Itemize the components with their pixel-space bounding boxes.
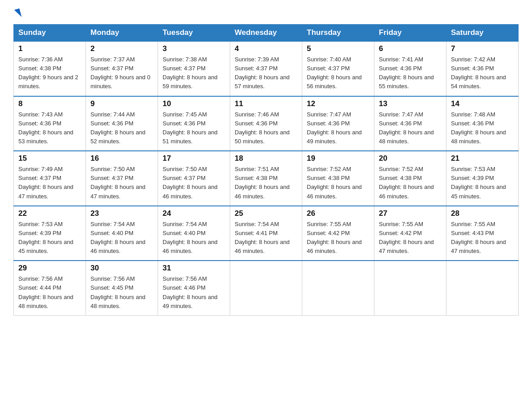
day-info: Sunrise: 7:52 AMSunset: 4:38 PMDaylight:… [379, 165, 442, 201]
day-cell: 17Sunrise: 7:50 AMSunset: 4:37 PMDayligh… [158, 151, 230, 206]
day-number: 30 [90, 264, 153, 273]
day-info: Sunrise: 7:37 AMSunset: 4:37 PMDaylight:… [90, 55, 153, 91]
day-info: Sunrise: 7:55 AMSunset: 4:42 PMDaylight:… [379, 220, 442, 256]
calendar-header-row: SundayMondayTuesdayWednesdayThursdayFrid… [14, 25, 519, 42]
day-cell: 1Sunrise: 7:36 AMSunset: 4:38 PMDaylight… [14, 41, 86, 96]
day-info: Sunrise: 7:54 AMSunset: 4:40 PMDaylight:… [163, 220, 225, 256]
day-info: Sunrise: 7:43 AMSunset: 4:36 PMDaylight:… [18, 110, 81, 146]
day-cell: 5Sunrise: 7:40 AMSunset: 4:37 PMDaylight… [302, 41, 374, 96]
day-info: Sunrise: 7:54 AMSunset: 4:40 PMDaylight:… [90, 220, 153, 256]
day-info: Sunrise: 7:55 AMSunset: 4:43 PMDaylight:… [451, 220, 514, 256]
logo [13, 9, 21, 16]
day-info: Sunrise: 7:54 AMSunset: 4:41 PMDaylight:… [235, 220, 297, 256]
header-monday: Monday [86, 25, 158, 42]
day-cell: 20Sunrise: 7:52 AMSunset: 4:38 PMDayligh… [374, 151, 446, 206]
day-number: 28 [451, 209, 514, 218]
day-cell: 30Sunrise: 7:56 AMSunset: 4:45 PMDayligh… [86, 261, 158, 315]
day-number: 29 [18, 264, 81, 273]
day-cell: 29Sunrise: 7:56 AMSunset: 4:44 PMDayligh… [14, 261, 86, 315]
header-wednesday: Wednesday [230, 25, 302, 42]
day-cell: 11Sunrise: 7:46 AMSunset: 4:36 PMDayligh… [230, 96, 302, 151]
day-cell [230, 261, 302, 315]
day-info: Sunrise: 7:42 AMSunset: 4:36 PMDaylight:… [451, 55, 514, 91]
day-cell: 12Sunrise: 7:47 AMSunset: 4:36 PMDayligh… [302, 96, 374, 151]
week-row-2: 8Sunrise: 7:43 AMSunset: 4:36 PMDaylight… [14, 96, 519, 151]
header-tuesday: Tuesday [158, 25, 230, 42]
day-cell [446, 261, 519, 315]
day-number: 4 [235, 44, 297, 53]
day-info: Sunrise: 7:50 AMSunset: 4:37 PMDaylight:… [163, 165, 225, 201]
day-cell: 19Sunrise: 7:52 AMSunset: 4:38 PMDayligh… [302, 151, 374, 206]
day-info: Sunrise: 7:36 AMSunset: 4:38 PMDaylight:… [18, 55, 81, 91]
day-info: Sunrise: 7:45 AMSunset: 4:36 PMDaylight:… [163, 110, 225, 146]
day-info: Sunrise: 7:51 AMSunset: 4:38 PMDaylight:… [235, 165, 297, 201]
day-cell: 13Sunrise: 7:47 AMSunset: 4:36 PMDayligh… [374, 96, 446, 151]
day-cell [302, 261, 374, 315]
day-cell: 26Sunrise: 7:55 AMSunset: 4:42 PMDayligh… [302, 206, 374, 261]
week-row-3: 15Sunrise: 7:49 AMSunset: 4:37 PMDayligh… [14, 151, 519, 206]
day-info: Sunrise: 7:47 AMSunset: 4:36 PMDaylight:… [307, 110, 369, 146]
day-number: 22 [18, 209, 81, 218]
day-cell: 28Sunrise: 7:55 AMSunset: 4:43 PMDayligh… [446, 206, 519, 261]
day-number: 16 [90, 154, 153, 163]
page-header [13, 9, 519, 16]
logo-arrow-icon [14, 9, 22, 18]
day-info: Sunrise: 7:48 AMSunset: 4:36 PMDaylight:… [451, 110, 514, 146]
week-row-4: 22Sunrise: 7:53 AMSunset: 4:39 PMDayligh… [14, 206, 519, 261]
day-number: 17 [163, 154, 225, 163]
week-row-5: 29Sunrise: 7:56 AMSunset: 4:44 PMDayligh… [14, 261, 519, 315]
day-cell: 22Sunrise: 7:53 AMSunset: 4:39 PMDayligh… [14, 206, 86, 261]
day-cell: 24Sunrise: 7:54 AMSunset: 4:40 PMDayligh… [158, 206, 230, 261]
day-info: Sunrise: 7:53 AMSunset: 4:39 PMDaylight:… [451, 165, 514, 201]
day-cell: 3Sunrise: 7:38 AMSunset: 4:37 PMDaylight… [158, 41, 230, 96]
day-number: 3 [163, 44, 225, 53]
day-cell: 8Sunrise: 7:43 AMSunset: 4:36 PMDaylight… [14, 96, 86, 151]
day-info: Sunrise: 7:38 AMSunset: 4:37 PMDaylight:… [163, 55, 225, 91]
header-thursday: Thursday [302, 25, 374, 42]
day-info: Sunrise: 7:55 AMSunset: 4:42 PMDaylight:… [307, 220, 369, 256]
week-row-1: 1Sunrise: 7:36 AMSunset: 4:38 PMDaylight… [14, 41, 519, 96]
day-number: 24 [163, 209, 225, 218]
day-number: 18 [235, 154, 297, 163]
day-number: 19 [307, 154, 369, 163]
header-saturday: Saturday [446, 25, 519, 42]
day-cell: 27Sunrise: 7:55 AMSunset: 4:42 PMDayligh… [374, 206, 446, 261]
day-number: 2 [90, 44, 153, 53]
day-number: 26 [307, 209, 369, 218]
day-number: 15 [18, 154, 81, 163]
day-cell: 23Sunrise: 7:54 AMSunset: 4:40 PMDayligh… [86, 206, 158, 261]
day-info: Sunrise: 7:53 AMSunset: 4:39 PMDaylight:… [18, 220, 81, 256]
day-info: Sunrise: 7:56 AMSunset: 4:45 PMDaylight:… [90, 274, 153, 311]
day-info: Sunrise: 7:46 AMSunset: 4:36 PMDaylight:… [235, 110, 297, 146]
day-info: Sunrise: 7:49 AMSunset: 4:37 PMDaylight:… [18, 165, 81, 201]
day-number: 21 [451, 154, 514, 163]
header-friday: Friday [374, 25, 446, 42]
day-info: Sunrise: 7:47 AMSunset: 4:36 PMDaylight:… [379, 110, 442, 146]
day-info: Sunrise: 7:50 AMSunset: 4:37 PMDaylight:… [90, 165, 153, 201]
day-info: Sunrise: 7:44 AMSunset: 4:36 PMDaylight:… [90, 110, 153, 146]
day-number: 25 [235, 209, 297, 218]
day-info: Sunrise: 7:52 AMSunset: 4:38 PMDaylight:… [307, 165, 369, 201]
day-number: 13 [379, 99, 442, 108]
day-cell: 14Sunrise: 7:48 AMSunset: 4:36 PMDayligh… [446, 96, 519, 151]
day-cell [374, 261, 446, 315]
day-info: Sunrise: 7:56 AMSunset: 4:44 PMDaylight:… [18, 274, 81, 311]
day-number: 14 [451, 99, 514, 108]
day-cell: 25Sunrise: 7:54 AMSunset: 4:41 PMDayligh… [230, 206, 302, 261]
day-cell: 18Sunrise: 7:51 AMSunset: 4:38 PMDayligh… [230, 151, 302, 206]
day-number: 5 [307, 44, 369, 53]
day-number: 8 [18, 99, 81, 108]
day-cell: 15Sunrise: 7:49 AMSunset: 4:37 PMDayligh… [14, 151, 86, 206]
day-cell: 21Sunrise: 7:53 AMSunset: 4:39 PMDayligh… [446, 151, 519, 206]
day-cell: 2Sunrise: 7:37 AMSunset: 4:37 PMDaylight… [86, 41, 158, 96]
day-number: 1 [18, 44, 81, 53]
day-number: 11 [235, 99, 297, 108]
day-cell: 10Sunrise: 7:45 AMSunset: 4:36 PMDayligh… [158, 96, 230, 151]
day-number: 23 [90, 209, 153, 218]
calendar-table: SundayMondayTuesdayWednesdayThursdayFrid… [13, 24, 519, 316]
day-number: 31 [163, 264, 225, 273]
day-cell: 16Sunrise: 7:50 AMSunset: 4:37 PMDayligh… [86, 151, 158, 206]
day-info: Sunrise: 7:40 AMSunset: 4:37 PMDaylight:… [307, 55, 369, 91]
day-number: 20 [379, 154, 442, 163]
day-number: 27 [379, 209, 442, 218]
